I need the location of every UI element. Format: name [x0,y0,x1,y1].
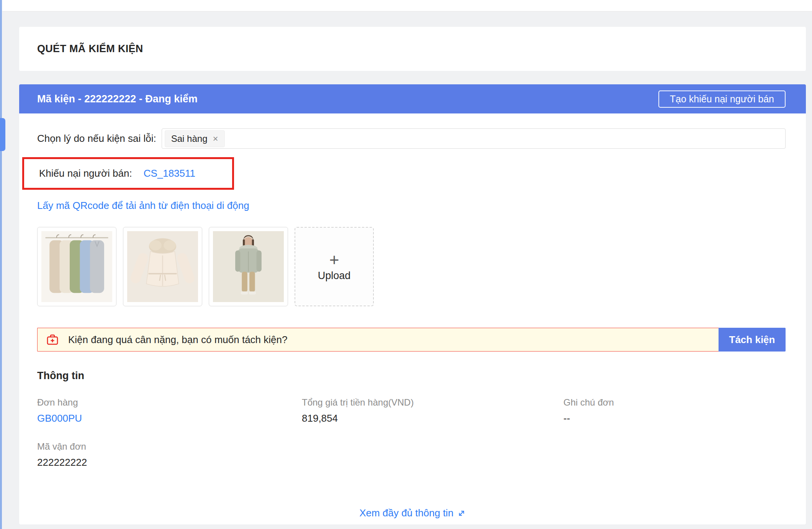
order-note-value: -- [563,412,786,424]
upload-label: Upload [318,270,351,282]
selected-reason-tag[interactable]: Sai hàng × [165,130,225,147]
reason-label: Chọn lý do nếu kiện sai lỗi: [37,133,156,145]
info-field-total-value: Tổng giá trị tiền hàng(VND) 819,854 [302,397,563,424]
page-title-card: QUÉT MÃ KIỂM KIỆN [19,27,806,71]
package-header: Mã kiện - 222222222 - Đang kiểm Tạo khiế… [19,84,806,113]
info-section-heading: Thông tin [37,370,786,382]
info-grid: Đơn hàng GB000PU Tổng giá trị tiền hàng(… [37,397,786,468]
remove-tag-icon[interactable]: × [213,134,218,143]
order-code-link[interactable]: GB000PU [37,412,82,424]
top-bar [2,0,812,12]
package-body: Chọn lý do nếu kiện sai lỗi: Sai hàng × … [19,113,806,524]
photo-thumbnails: + Upload [37,227,786,306]
cream-fur-hood-coat-image [127,231,198,302]
order-note-label: Ghi chú đơn [563,397,786,408]
first-aid-kit-icon [46,334,59,346]
package-header-title: Mã kiện - 222222222 - Đang kiểm [37,93,198,105]
complaint-annotation-box: Khiếu nại người bán: CS_183511 [22,157,234,190]
cardigans-on-hangers-image [41,231,112,302]
view-full-info-link[interactable]: Xem đầy đủ thông tin [19,507,806,519]
page-title: QUÉT MÃ KIỂM KIỆN [37,43,143,55]
total-value-label: Tổng giá trị tiền hàng(VND) [302,397,563,408]
package-card: Mã kiện - 222222222 - Đang kiểm Tạo khiế… [19,84,806,524]
product-photo-model[interactable] [209,227,288,306]
info-field-order-note: Ghi chú đơn -- [563,397,786,424]
product-photo-coat[interactable] [123,227,202,306]
main-content: QUÉT MÃ KIỂM KIỆN Mã kiện - 222222222 - … [19,27,806,524]
create-seller-complaint-button[interactable]: Tạo khiếu nại người bán [658,90,786,108]
view-full-info-label: Xem đầy đủ thông tin [359,507,453,519]
reason-select-input[interactable]: Sai hàng × [162,128,786,149]
expand-icon [457,509,466,518]
overweight-alert-body: Kiện đang quá cân nặng, bạn có muốn tách… [37,328,719,352]
product-photo-cardigans[interactable] [37,227,116,306]
model-in-gray-parka-image [213,231,284,302]
reason-row: Chọn lý do nếu kiện sai lỗi: Sai hàng × [37,128,786,149]
qr-code-link[interactable]: Lấy mã QRcode để tải ảnh từ điện thoại d… [37,200,249,212]
tracking-code-value: 222222222 [37,457,302,468]
tracking-code-label: Mã vận đơn [37,441,302,452]
total-value: 819,854 [302,412,563,424]
info-field-tracking-code: Mã vận đơn 222222222 [37,441,302,468]
page-left-accent [0,0,2,529]
overweight-alert: Kiện đang quá cân nặng, bạn có muốn tách… [37,328,786,352]
split-package-button[interactable]: Tách kiện [719,328,786,352]
upload-button[interactable]: + Upload [295,227,374,306]
complaint-label: Khiếu nại người bán: [39,168,132,179]
info-field-order: Đơn hàng GB000PU [37,397,302,424]
scroll-indicator[interactable] [0,118,5,151]
selected-reason-label: Sai hàng [171,133,208,144]
complaint-id-link[interactable]: CS_183511 [144,168,195,179]
plus-icon: + [329,251,339,268]
overweight-alert-message: Kiện đang quá cân nặng, bạn có muốn tách… [68,334,287,346]
order-label: Đơn hàng [37,397,302,408]
